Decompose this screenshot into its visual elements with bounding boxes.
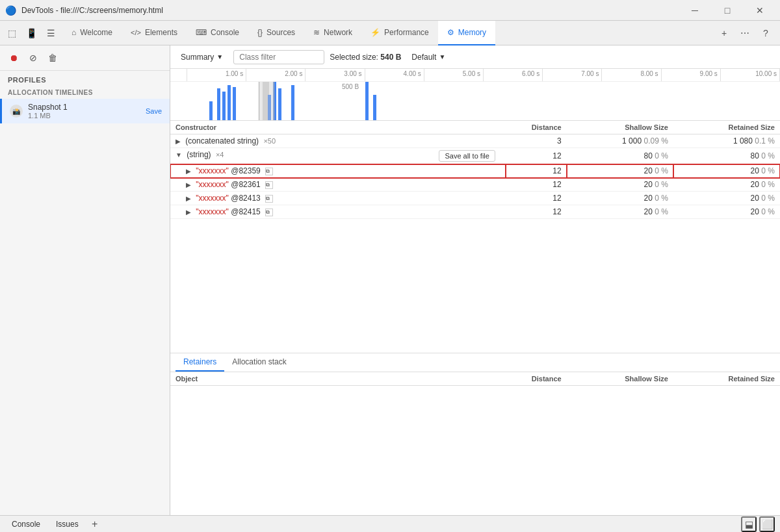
expand-icon[interactable]: ▶ <box>186 209 191 216</box>
status-tab-issues[interactable]: Issues <box>49 518 85 530</box>
drawer-button[interactable]: ☰ <box>42 24 60 42</box>
content-area: Summary ▼ Selected size: 540 B Default ▼… <box>170 45 780 515</box>
tick-10: 10.00 s <box>721 69 780 81</box>
constructor-header[interactable]: Constructor <box>170 121 506 134</box>
copy-button[interactable]: ⧉ <box>265 209 273 216</box>
distance-cell: 12 <box>506 164 567 178</box>
retained-size-cell: 20 0 % <box>673 164 780 178</box>
clear-button[interactable]: 🗑 <box>44 49 61 66</box>
retainers-table: Object Distance Shallow Size Retained Si… <box>170 372 780 386</box>
copy-button[interactable]: ⧉ <box>265 181 273 189</box>
shallow-size-cell: 20 0 % <box>567 192 673 205</box>
tick-7: 7.00 s <box>543 69 602 81</box>
tab-bar-right: + ⋯ ? <box>715 24 780 42</box>
retained-size-header[interactable]: Retained Size <box>673 372 780 386</box>
collapse-icon[interactable]: ▼ <box>176 151 182 158</box>
default-dropdown[interactable]: Default ▼ <box>406 51 450 64</box>
expand-icon[interactable]: ▶ <box>186 181 191 188</box>
svg-rect-3 <box>228 85 231 121</box>
summary-dropdown[interactable]: Summary ▼ <box>176 50 228 64</box>
tab-bar: ⬚ 📱 ☰ ⌂ Welcome </> Elements ⌨ Console {… <box>0 21 780 45</box>
table-row[interactable]: ▶ "xxxxxxx" @82415 ⧉ 12 20 0 % 20 0 % <box>170 205 780 219</box>
constructor-cell: ▶ "xxxxxxx" @82361 ⧉ <box>170 178 506 192</box>
tab-welcome[interactable]: ⌂ Welcome <box>62 21 122 45</box>
close-button[interactable]: ✕ <box>745 0 775 21</box>
expand-icon[interactable]: ▶ <box>186 168 191 175</box>
table-row[interactable]: ▶ "xxxxxxx" @82361 ⧉ 12 20 0 % 20 0 % <box>170 178 780 192</box>
expand-icon[interactable]: ▶ <box>176 138 181 145</box>
tab-bar-left-tools: ⬚ 📱 ☰ <box>3 24 60 42</box>
snapshot-name: Snapshot 1 <box>28 103 146 112</box>
record-button[interactable]: ⏺ <box>5 49 22 66</box>
maximize-button[interactable]: □ <box>712 0 742 21</box>
snapshot-size: 1.1 MB <box>28 112 146 120</box>
shallow-size-header[interactable]: Shallow Size <box>567 372 673 386</box>
shallow-size-header[interactable]: Shallow Size <box>567 121 673 134</box>
table-row-highlighted[interactable]: ▶ "xxxxxxx" @82359 ⧉ 12 20 0 % 20 0 % <box>170 164 780 178</box>
retained-size-cell: 80 0 % <box>673 148 780 164</box>
svg-rect-1 <box>217 88 220 121</box>
window-title: DevTools - file:///C:/screens/memory.htm… <box>21 6 675 15</box>
help-button[interactable]: ? <box>757 24 775 42</box>
tick-0 <box>170 69 187 81</box>
distance-header[interactable]: Distance <box>506 121 567 134</box>
table-row[interactable]: ▼ (string) ×4 Save all to file 12 80 0 %… <box>170 148 780 164</box>
screencast-button[interactable]: ⬜ <box>759 516 775 532</box>
device-toolbar-button[interactable]: 📱 <box>22 24 40 42</box>
expand-icon[interactable]: ▶ <box>186 195 191 202</box>
status-tab-console[interactable]: Console <box>5 518 47 530</box>
distance-cell: 12 <box>506 192 567 205</box>
constructor-cell: ▼ (string) ×4 Save all to file <box>170 148 506 164</box>
save-all-to-file-button[interactable]: Save all to file <box>439 150 495 162</box>
table-row[interactable]: ▶ "xxxxxxx" @82413 ⧉ 12 20 0 % 20 0 % <box>170 192 780 205</box>
bottom-tab-bar: Retainers Allocation stack <box>170 353 780 372</box>
tab-sources[interactable]: {} Sources <box>248 21 304 45</box>
memory-icon: ⚙ <box>447 28 454 37</box>
home-icon: ⌂ <box>72 28 76 37</box>
minimize-button[interactable]: ─ <box>680 0 710 21</box>
bottom-content: Object Distance Shallow Size Retained Si… <box>170 372 780 515</box>
stop-button[interactable]: ⊘ <box>25 49 42 66</box>
dock-button[interactable]: ⬓ <box>741 516 757 532</box>
table-row[interactable]: ▶ (concatenated string) ×50 3 1 000 0.09… <box>170 134 780 148</box>
distance-header[interactable]: Distance <box>506 372 567 386</box>
shallow-size-cell: 20 0 % <box>567 205 673 219</box>
timeline[interactable]: 500 B 1.00 s 2.00 s 3.00 s 4.00 s 5.00 s… <box>170 69 780 121</box>
copy-button[interactable]: ⧉ <box>265 168 273 175</box>
tick-9: 9.00 s <box>662 69 721 81</box>
tab-console[interactable]: ⌨ Console <box>187 21 248 45</box>
tab-elements[interactable]: </> Elements <box>122 21 187 45</box>
tab-network[interactable]: ≋ Network <box>304 21 361 45</box>
add-tab-button[interactable]: + <box>715 24 733 42</box>
tick-8: 8.00 s <box>602 69 661 81</box>
shallow-size-cell: 20 0 % <box>567 164 673 178</box>
inspect-element-button[interactable]: ⬚ <box>3 24 21 42</box>
distance-cell: 3 <box>506 134 567 148</box>
snapshot-item[interactable]: 📸 Snapshot 1 1.1 MB Save <box>0 99 170 123</box>
copy-button[interactable]: ⧉ <box>265 195 273 203</box>
elements-icon: </> <box>131 29 141 36</box>
tab-retainers[interactable]: Retainers <box>176 353 224 372</box>
constructor-cell: ▶ (concatenated string) ×50 <box>170 134 506 148</box>
class-filter-input[interactable] <box>233 50 324 64</box>
constructor-table-body: ▶ (concatenated string) ×50 3 1 000 0.09… <box>170 134 780 219</box>
status-bar-right: ⬓ ⬜ <box>741 516 775 532</box>
distance-cell: 12 <box>506 148 567 164</box>
tick-5: 5.00 s <box>424 69 484 81</box>
retainers-header: Object Distance Shallow Size Retained Si… <box>170 372 780 386</box>
tab-performance[interactable]: ⚡ Performance <box>361 21 438 45</box>
add-tab-status-button[interactable]: + <box>88 517 102 531</box>
main-layout: ⏺ ⊘ 🗑 Profiles ALLOCATION TIMELINES 📸 Sn… <box>0 45 780 515</box>
shallow-size-cell: 20 0 % <box>567 178 673 192</box>
retained-size-header[interactable]: Retained Size <box>673 121 780 134</box>
snapshot-save-link[interactable]: Save <box>146 107 162 115</box>
distance-cell: 12 <box>506 205 567 219</box>
alloc-timelines-label: ALLOCATION TIMELINES <box>0 86 170 99</box>
more-options-button[interactable]: ⋯ <box>736 24 754 42</box>
tab-memory[interactable]: ⚙ Memory <box>438 21 495 45</box>
timeline-selection[interactable] <box>259 82 274 120</box>
tab-allocation-stack[interactable]: Allocation stack <box>224 353 294 372</box>
snapshot-info: Snapshot 1 1.1 MB <box>28 103 146 120</box>
tick-1: 1.00 s <box>187 69 246 81</box>
object-header[interactable]: Object <box>170 372 506 386</box>
